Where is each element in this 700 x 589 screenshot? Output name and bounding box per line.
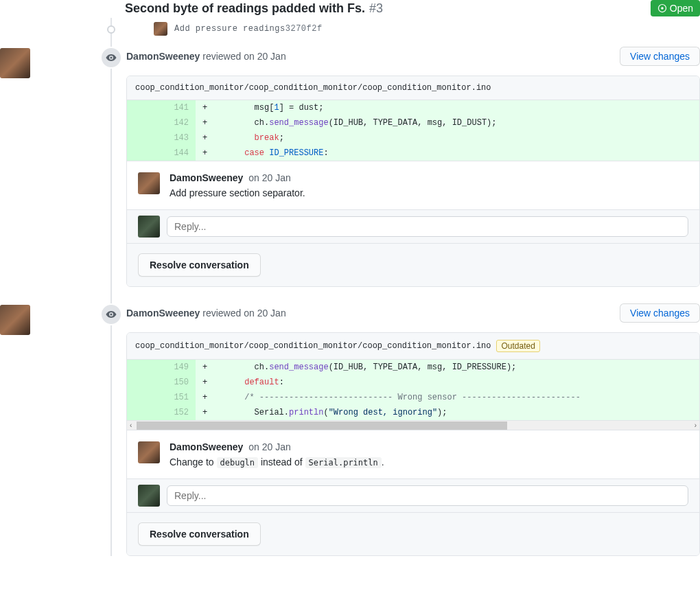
avatar[interactable] (154, 22, 167, 36)
review-comment: DamonSweeney on 20 Jan Change to debugln… (127, 430, 699, 478)
issue-open-icon (657, 3, 667, 13)
avatar[interactable] (138, 216, 160, 238)
review-footer: Resolve conversation (127, 243, 699, 286)
scroll-bar[interactable]: ‹ › (127, 420, 699, 430)
diff-line: 149+ ch.send_message(ID_HUB, TYPE_DATA, … (127, 360, 699, 375)
eye-icon (100, 303, 122, 325)
pr-issue-number: #3 (369, 1, 383, 16)
timeline-dot (107, 25, 115, 34)
reply-input[interactable] (167, 485, 688, 506)
line-gutter (127, 390, 161, 405)
pr-title: Second byte of readings padded with Fs. … (125, 1, 383, 16)
scroll-right-icon[interactable]: › (695, 421, 697, 429)
line-gutter (127, 130, 161, 146)
file-path[interactable]: coop_condition_monitor/coop_condition_mo… (135, 341, 491, 351)
line-code: + ch.send_message(ID_HUB, TYPE_DATA, msg… (196, 115, 699, 130)
line-code: + case ID_PRESSURE: (196, 146, 699, 161)
review-footer: Resolve conversation (127, 512, 699, 555)
view-changes-button[interactable]: View changes (620, 303, 700, 323)
line-code: + /* --------------------------- Wrong s… (196, 390, 699, 405)
status-badge: Open (651, 0, 700, 16)
status-label: Open (670, 3, 693, 14)
diff-line: 150+ default: (127, 375, 699, 390)
file-path[interactable]: coop_condition_monitor/coop_condition_mo… (135, 83, 491, 93)
timeline: Add pressure readings 3270f2f DamonSween… (99, 22, 700, 556)
commit-message[interactable]: Add pressure readings (174, 24, 285, 34)
line-gutter (127, 146, 161, 161)
comment-time: on 20 Jan (248, 172, 291, 183)
review-summary: DamonSweeney reviewed on 20 Jan (126, 308, 286, 319)
scroll-left-icon[interactable]: ‹ (130, 421, 132, 429)
comment-text: Add pressure section separator. (170, 187, 305, 198)
line-code: + default: (196, 375, 699, 390)
comment-author[interactable]: DamonSweeney (170, 441, 243, 452)
line-number: 143 (161, 130, 196, 146)
avatar[interactable] (0, 48, 30, 78)
commit-sha[interactable]: 3270f2f (285, 24, 323, 34)
diff-line: 142+ ch.send_message(ID_HUB, TYPE_DATA, … (127, 115, 699, 130)
view-changes-button[interactable]: View changes (620, 47, 700, 66)
review-comment: DamonSweeney on 20 Jan Add pressure sect… (127, 161, 699, 209)
line-gutter (127, 375, 161, 390)
diff-line: 144+ case ID_PRESSURE: (127, 146, 699, 161)
timeline-review: DamonSweeney reviewed on 20 Jan View cha… (99, 47, 700, 287)
avatar[interactable] (138, 441, 160, 463)
eye-icon (100, 47, 122, 69)
diff-line: 141+ msg[1] = dust; (127, 100, 699, 115)
review-box: coop_condition_monitor/coop_condition_mo… (126, 332, 700, 556)
diff-line: 143+ break; (127, 130, 699, 146)
scroll-thumb[interactable] (137, 421, 507, 430)
line-number: 141 (161, 100, 196, 115)
line-number: 151 (161, 390, 196, 405)
reviewer-name[interactable]: DamonSweeney (126, 51, 200, 62)
line-gutter (127, 405, 161, 420)
comment-time: on 20 Jan (248, 441, 291, 452)
line-number: 150 (161, 375, 196, 390)
avatar[interactable] (138, 485, 160, 507)
line-code: + Serial.println("Wrong dest, ignoring")… (196, 405, 699, 420)
diff-line: 152+ Serial.println("Wrong dest, ignorin… (127, 405, 699, 420)
line-code: + ch.send_message(ID_HUB, TYPE_DATA, msg… (196, 360, 699, 375)
review-box: coop_condition_monitor/coop_condition_mo… (126, 76, 700, 287)
line-gutter (127, 100, 161, 115)
line-gutter (127, 115, 161, 130)
line-number: 142 (161, 115, 196, 130)
diff-table: 141+ msg[1] = dust;142+ ch.send_message(… (127, 100, 699, 161)
timeline-commit: Add pressure readings 3270f2f (99, 22, 700, 36)
avatar[interactable] (0, 305, 30, 335)
reply-section (127, 209, 699, 243)
line-number: 152 (161, 405, 196, 420)
line-code: + break; (196, 130, 699, 146)
review-summary: DamonSweeney reviewed on 20 Jan (126, 51, 286, 62)
file-header: coop_condition_monitor/coop_condition_mo… (127, 333, 699, 360)
timeline-review: DamonSweeney reviewed on 20 Jan View cha… (99, 303, 700, 556)
line-code: + msg[1] = dust; (196, 100, 699, 115)
comment-text: Change to debugln instead of Serial.prin… (170, 457, 384, 467)
line-number: 149 (161, 360, 196, 375)
diff-line: 151+ /* --------------------------- Wron… (127, 390, 699, 405)
pr-title-text: Second byte of readings padded with Fs. (125, 1, 365, 16)
avatar[interactable] (138, 172, 160, 194)
reply-input[interactable] (167, 216, 688, 237)
pr-header: Second byte of readings padded with Fs. … (56, 0, 700, 22)
reviewer-name[interactable]: DamonSweeney (126, 308, 200, 319)
svg-point-1 (661, 7, 664, 10)
line-number: 144 (161, 146, 196, 161)
reply-section (127, 478, 699, 512)
resolve-conversation-button[interactable]: Resolve conversation (138, 253, 261, 277)
outdated-badge: Outdated (496, 340, 539, 352)
line-gutter (127, 360, 161, 375)
resolve-conversation-button[interactable]: Resolve conversation (138, 522, 261, 546)
file-header: coop_condition_monitor/coop_condition_mo… (127, 76, 699, 100)
comment-author[interactable]: DamonSweeney (170, 172, 243, 183)
diff-table: 149+ ch.send_message(ID_HUB, TYPE_DATA, … (127, 360, 699, 420)
